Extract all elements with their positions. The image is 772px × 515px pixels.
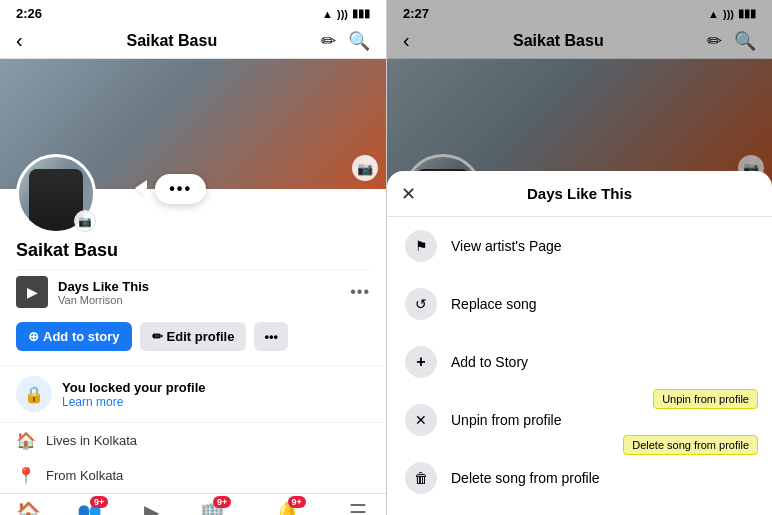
song-icon-left: ▶: [16, 276, 48, 308]
view-artist-label: View artist's Page: [451, 238, 562, 254]
status-bar-left: 2:26 ▲ ))) ▮▮▮: [0, 0, 386, 23]
profile-section-left: 📷 ••• Saikat Basu ▶ Days Like This Van M…: [0, 189, 386, 365]
nav-watch[interactable]: ▶ Watch: [137, 500, 165, 515]
nav-groups[interactable]: 🏢 9+ Groups: [196, 500, 229, 515]
add-story-label: Add to Story: [451, 354, 528, 370]
locked-info: You locked your profile Learn more: [62, 380, 206, 409]
bubble-arrow: [135, 180, 147, 196]
nav-notifications[interactable]: 🔔 9+ Notifications: [260, 500, 314, 515]
replace-icon: ↺: [405, 288, 437, 320]
info-from: 📍 From Kolkata: [0, 458, 386, 493]
song-dots-left[interactable]: •••: [350, 283, 370, 301]
from-text: From Kolkata: [46, 468, 123, 483]
search-icon-left[interactable]: 🔍: [348, 30, 370, 52]
signal-icon: ▲: [322, 8, 333, 20]
sheet-title: Days Like This: [527, 185, 632, 202]
avatar-wrapper-left: 📷 •••: [16, 154, 96, 234]
lives-text: Lives in Kolkata: [46, 433, 137, 448]
sheet-item-view-artist[interactable]: ⚑ View artist's Page: [387, 217, 772, 275]
song-row-left: ▶ Days Like This Van Morrison •••: [16, 269, 370, 314]
add-to-story-button[interactable]: ⊕ Add to story: [16, 322, 132, 351]
learn-more-link[interactable]: Learn more: [62, 395, 206, 409]
song-info-left: Days Like This Van Morrison: [58, 279, 340, 306]
profile-locked-banner: 🔒 You locked your profile Learn more: [0, 365, 386, 423]
right-phone: 2:27 ▲ ))) ▮▮▮ ‹ Saikat Basu ✏ 🔍 📷 📷 Sai…: [386, 0, 772, 515]
sheet-item-replace-song[interactable]: ↺ Replace song: [387, 275, 772, 333]
pencil-icon: ✏: [152, 329, 163, 344]
cover-camera-icon-left[interactable]: 📷: [352, 155, 378, 181]
watch-nav-icon: ▶: [144, 501, 159, 515]
delete-icon: 🗑: [405, 462, 437, 494]
sheet-header: ✕ Days Like This: [387, 171, 772, 217]
nav-title-left: Saikat Basu: [126, 32, 217, 50]
add-icon: +: [405, 346, 437, 378]
locked-text: You locked your profile: [62, 380, 206, 395]
song-artist-left: Van Morrison: [58, 294, 340, 306]
notifications-badge: 9+: [288, 496, 306, 508]
left-phone: 2:26 ▲ ))) ▮▮▮ ‹ Saikat Basu ✏ 🔍 📷 📷 ••: [0, 0, 386, 515]
nav-bar-left: ‹ Saikat Basu ✏ 🔍: [0, 23, 386, 59]
edit-profile-button[interactable]: ✏ Edit profile: [140, 322, 247, 351]
flag-icon: ⚑: [405, 230, 437, 262]
lock-icon: 🔒: [16, 376, 52, 412]
location-icon: 📍: [16, 466, 36, 485]
delete-label: Delete song from profile: [451, 470, 600, 486]
plus-icon: ⊕: [28, 329, 39, 344]
nav-friends[interactable]: 👥 9+ Friends: [73, 500, 106, 515]
profile-name-left: Saikat Basu: [16, 240, 370, 261]
edit-icon-left[interactable]: ✏: [321, 30, 336, 52]
more-options-button[interactable]: •••: [254, 322, 288, 351]
home-nav-icon: 🏠: [16, 501, 41, 515]
info-lives: 🏠 Lives in Kolkata: [0, 423, 386, 458]
back-button-left[interactable]: ‹: [16, 29, 23, 52]
bottom-nav-left: 🏠 Home 👥 9+ Friends ▶ Watch 🏢 9+ Groups: [0, 493, 386, 515]
nav-icons-left: ✏ 🔍: [321, 30, 370, 52]
home-icon: 🏠: [16, 431, 36, 450]
wifi-icon: ))): [337, 8, 348, 20]
menu-nav-icon: ☰: [349, 501, 367, 515]
sheet-item-add-story[interactable]: + Add to Story: [387, 333, 772, 391]
nav-home[interactable]: 🏠 Home: [15, 500, 42, 515]
action-buttons-left: ⊕ Add to story ✏ Edit profile •••: [16, 314, 370, 357]
song-title-left: Days Like This: [58, 279, 340, 294]
sheet-item-delete[interactable]: 🗑 Delete song from profile: [387, 449, 772, 507]
replace-song-label: Replace song: [451, 296, 537, 312]
bottom-sheet: ✕ Days Like This ⚑ View artist's Page ↺ …: [387, 171, 772, 515]
sheet-close-button[interactable]: ✕: [401, 183, 416, 205]
groups-badge: 9+: [213, 496, 231, 508]
avatar-camera-icon-left[interactable]: 📷: [74, 210, 96, 232]
status-time-left: 2:26: [16, 6, 42, 21]
nav-menu[interactable]: ☰ Menu: [345, 500, 370, 515]
delete-tooltip: Delete song from profile: [623, 435, 758, 455]
unpin-tooltip: Unpin from profile: [653, 389, 758, 409]
friends-badge: 9+: [90, 496, 108, 508]
unpin-label: Unpin from profile: [451, 412, 562, 428]
status-icons-left: ▲ ))) ▮▮▮: [322, 7, 370, 20]
battery-icon: ▮▮▮: [352, 7, 370, 20]
three-dots-button[interactable]: •••: [155, 174, 206, 204]
unpin-icon: ✕: [405, 404, 437, 436]
